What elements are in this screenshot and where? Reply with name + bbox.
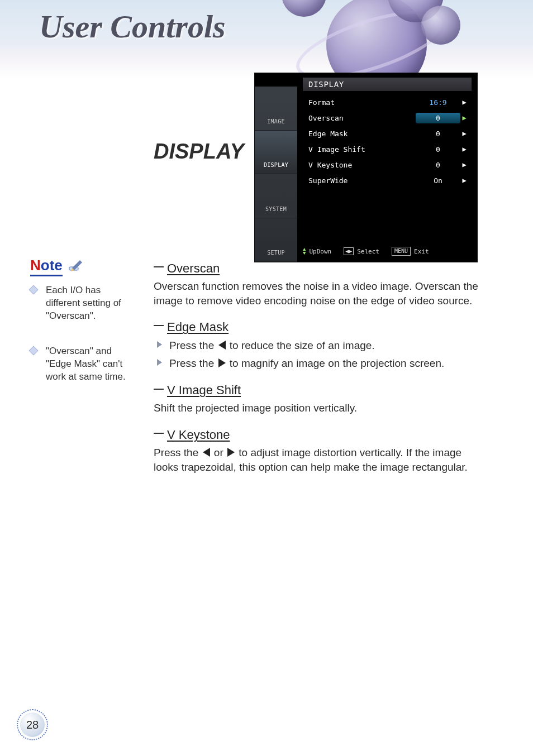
chevron-right-icon: ▶: [460, 161, 468, 169]
osd-row-edgemask[interactable]: Edge Mask 0 ▶: [303, 126, 472, 141]
triangle-bullet-icon: [157, 341, 162, 348]
osd-tab-image[interactable]: IMAGE: [255, 87, 297, 131]
section-heading-vimage: V Image Shift: [154, 383, 489, 398]
leftright-icon: ◀▶: [344, 247, 354, 255]
right-arrow-icon: [227, 448, 235, 457]
left-arrow-icon: [203, 448, 210, 457]
osd-row-value: On: [416, 176, 460, 185]
diamond-bullet-icon: [29, 285, 39, 295]
osd-footer-select: Select: [357, 248, 379, 255]
diamond-bullet-icon: [29, 346, 39, 355]
osd-screenshot: DISPLAY IMAGE DISPLAY SYSTEM SETUP Forma…: [254, 73, 478, 262]
note-text: Each I/O has different setting of "Overs…: [46, 285, 121, 321]
osd-row-format[interactable]: Format 16:9 ▶: [303, 94, 472, 110]
osd-row-overscan[interactable]: Overscan 0 ▶: [303, 110, 472, 126]
osd-row-label: V Image Shift: [308, 145, 416, 154]
page-number: 28: [26, 719, 39, 731]
section-title: DISPLAY: [154, 140, 244, 164]
chevron-right-icon: ▶: [460, 114, 468, 122]
right-arrow-icon: [218, 358, 226, 367]
osd-row-label: Format: [308, 98, 416, 107]
updown-icon: ▲▼: [303, 247, 306, 255]
osd-row-vkeystone[interactable]: V Keystone 0 ▶: [303, 157, 472, 173]
page-heading: User Controls: [39, 8, 226, 45]
banner-graphic: [242, 0, 499, 78]
vkeystone-body: Press the or to adjust image distortion …: [154, 446, 489, 474]
page-number-badge: 28: [17, 709, 48, 740]
vimage-body: Shift the projected image position verti…: [154, 401, 489, 415]
osd-tab-system[interactable]: SYSTEM: [255, 174, 297, 218]
osd-footer-exit: Exit: [414, 248, 429, 255]
section-heading-vkeystone: V Keystone: [154, 428, 489, 442]
osd-row-value: 0: [416, 113, 460, 123]
section-heading-overscan: Overscan: [154, 261, 489, 276]
osd-row-value: 0: [416, 161, 460, 169]
osd-footer-updown: UpDown: [309, 248, 331, 255]
osd-header: DISPLAY: [303, 78, 472, 91]
osd-row-label: Overscan: [308, 114, 416, 122]
edgemask-bullet-1: Press the to reduce the size of an image…: [154, 338, 489, 353]
chevron-right-icon: ▶: [460, 130, 468, 137]
osd-row-label: SuperWide: [308, 176, 416, 185]
page-banner: User Controls: [0, 0, 533, 78]
edgemask-bullet-2: Press the to magnify an image on the pro…: [154, 356, 489, 371]
left-arrow-icon: [218, 341, 226, 350]
osd-body: Format 16:9 ▶ Overscan 0 ▶ Edge Mask 0 ▶…: [303, 94, 472, 241]
body-column: Overscan Overscan function removes the n…: [154, 261, 489, 474]
osd-footer: ▲▼ UpDown ◀▶ Select MENU Exit: [303, 245, 472, 257]
note-logo: Note: [30, 257, 136, 276]
pencil-icon: [68, 259, 82, 272]
osd-row-value: 0: [416, 130, 460, 138]
triangle-bullet-icon: [157, 359, 162, 366]
osd-row-label: Edge Mask: [308, 130, 416, 138]
osd-row-value: 0: [416, 145, 460, 154]
note-text: "Overscan" and "Edge Mask" can't work at…: [46, 346, 126, 382]
osd-tab-display[interactable]: DISPLAY: [255, 131, 297, 175]
section-heading-edgemask: Edge Mask: [154, 320, 489, 334]
menu-badge: MENU: [392, 247, 411, 256]
osd-row-value: 16:9: [416, 98, 460, 107]
chevron-right-icon: ▶: [460, 145, 468, 153]
note-item: "Overscan" and "Edge Mask" can't work at…: [30, 345, 136, 384]
chevron-right-icon: ▶: [460, 98, 468, 106]
note-sidebar: Note Each I/O has different setting of "…: [30, 257, 136, 384]
osd-row-superwide[interactable]: SuperWide On ▶: [303, 173, 472, 188]
osd-tab-setup[interactable]: SETUP: [255, 218, 297, 262]
chevron-right-icon: ▶: [460, 176, 468, 184]
osd-row-label: V Keystone: [308, 161, 416, 169]
overscan-body: Overscan function removes the noise in a…: [154, 279, 489, 308]
osd-tabs: IMAGE DISPLAY SYSTEM SETUP: [255, 87, 297, 262]
note-item: Each I/O has different setting of "Overs…: [30, 284, 136, 323]
osd-row-vimageshift[interactable]: V Image Shift 0 ▶: [303, 141, 472, 157]
